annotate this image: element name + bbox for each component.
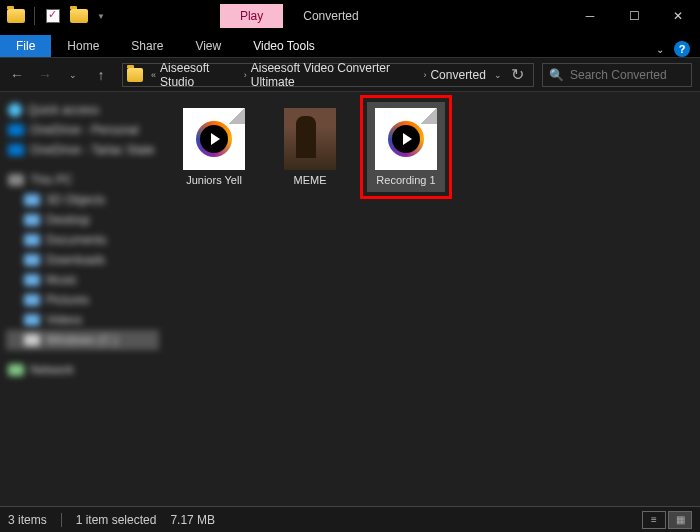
refresh-button[interactable]: ↻ (506, 65, 529, 84)
tree-label: OneDrive - Tarlac State Un (30, 143, 157, 157)
file-item[interactable]: MEME (271, 102, 349, 192)
properties-icon[interactable] (41, 4, 65, 28)
breadcrumb-segment[interactable]: Converted (430, 68, 489, 82)
file-list[interactable]: Juniors YellMEMERecording 1 (165, 92, 700, 506)
separator (61, 513, 62, 527)
tree-item[interactable]: Network (6, 360, 159, 380)
drive-icon (24, 334, 40, 346)
tree-label: Documents (46, 233, 107, 247)
tree-item[interactable]: This PC (6, 170, 159, 190)
tree-item[interactable]: Downloads (6, 250, 159, 270)
history-dropdown-icon[interactable]: ⌄ (494, 70, 502, 80)
tree-label: Pictures (46, 293, 89, 307)
ribbon-collapse-icon[interactable]: ⌄ (656, 44, 664, 55)
tree-item[interactable]: Pictures (6, 290, 159, 310)
file-thumbnail (284, 108, 336, 170)
tab-share[interactable]: Share (115, 35, 179, 57)
icons-view-button[interactable]: ▦ (668, 511, 692, 529)
window-controls: ─ ☐ ✕ (568, 0, 700, 32)
tree-item[interactable]: OneDrive - Personal (6, 120, 159, 140)
search-box[interactable]: 🔍 (542, 63, 692, 87)
up-button[interactable]: ↑ (88, 62, 114, 88)
net-icon (8, 364, 24, 376)
tab-video-tools[interactable]: Video Tools (237, 35, 331, 57)
breadcrumb-segment[interactable]: Aiseesoft Video Converter Ultimate› (251, 61, 431, 89)
forward-button[interactable]: → (32, 62, 58, 88)
selection-count: 1 item selected (76, 513, 157, 527)
file-thumbnail (375, 108, 437, 170)
navigation-bar: ← → ⌄ ↑ « Aiseesoft Studio› Aiseesoft Vi… (0, 58, 700, 92)
file-thumbnail (183, 108, 245, 170)
tree-item[interactable]: Quick access (6, 100, 159, 120)
chevron-right-icon: › (244, 70, 247, 80)
qat-dropdown-icon[interactable]: ▼ (97, 12, 105, 21)
folder-icon (127, 68, 143, 82)
view-toggle: ≡ ▦ (642, 511, 692, 529)
cloud-icon (8, 144, 24, 156)
navigation-pane[interactable]: Quick accessOneDrive - PersonalOneDrive … (0, 92, 165, 506)
tree-label: Downloads (46, 253, 105, 267)
tree-item[interactable]: Videos (6, 310, 159, 330)
file-label: Recording 1 (376, 174, 435, 186)
tree-item[interactable]: Desktop (6, 210, 159, 230)
tree-label: This PC (30, 173, 73, 187)
search-input[interactable] (570, 68, 700, 82)
tree-label: Windows (C:) (46, 333, 118, 347)
status-bar: 3 items 1 item selected 7.17 MB ≡ ▦ (0, 506, 700, 532)
star-icon (8, 103, 22, 117)
tab-home[interactable]: Home (51, 35, 115, 57)
folder-icon (24, 274, 40, 286)
window-title: Converted (303, 9, 358, 23)
tree-label: 3D Objects (46, 193, 105, 207)
back-button[interactable]: ← (4, 62, 30, 88)
maximize-button[interactable]: ☐ (612, 0, 656, 32)
ribbon-tabs: File Home Share View Video Tools ⌄ ? (0, 32, 700, 58)
details-view-button[interactable]: ≡ (642, 511, 666, 529)
tree-item[interactable]: 3D Objects (6, 190, 159, 210)
address-bar[interactable]: « Aiseesoft Studio› Aiseesoft Video Conv… (122, 63, 534, 87)
breadcrumb-segment[interactable]: Aiseesoft Studio› (160, 61, 251, 89)
tree-item[interactable]: Documents (6, 230, 159, 250)
folder-icon (24, 194, 40, 206)
pc-icon (8, 174, 24, 186)
tree-label: Videos (46, 313, 82, 327)
quick-access-toolbar: ▼ (0, 4, 105, 28)
item-count: 3 items (8, 513, 47, 527)
file-item[interactable]: Juniors Yell (175, 102, 253, 192)
selection-size: 7.17 MB (170, 513, 215, 527)
minimize-button[interactable]: ─ (568, 0, 612, 32)
close-button[interactable]: ✕ (656, 0, 700, 32)
search-icon: 🔍 (549, 68, 564, 82)
tree-item[interactable]: Music (6, 270, 159, 290)
chevron-right-icon: › (423, 70, 426, 80)
tree-label: OneDrive - Personal (30, 123, 139, 137)
tree-item[interactable]: Windows (C:) (6, 330, 159, 350)
tree-label: Music (46, 273, 77, 287)
folder-icon (24, 254, 40, 266)
content-area: Quick accessOneDrive - PersonalOneDrive … (0, 92, 700, 506)
cloud-icon (8, 124, 24, 136)
separator (34, 7, 35, 25)
new-folder-icon[interactable] (67, 4, 91, 28)
context-tab-play[interactable]: Play (220, 4, 283, 28)
folder-icon (24, 294, 40, 306)
folder-icon (24, 214, 40, 226)
file-item[interactable]: Recording 1 (367, 102, 445, 192)
file-label: Juniors Yell (186, 174, 242, 186)
titlebar: ▼ Play Converted ─ ☐ ✕ (0, 0, 700, 32)
file-tab[interactable]: File (0, 35, 51, 57)
folder-icon (24, 234, 40, 246)
recent-dropdown-icon[interactable]: ⌄ (60, 62, 86, 88)
tree-label: Quick access (28, 103, 99, 117)
help-icon[interactable]: ? (674, 41, 690, 57)
tree-item[interactable]: OneDrive - Tarlac State Un (6, 140, 159, 160)
tree-label: Network (30, 363, 74, 377)
folder-icon (24, 314, 40, 326)
chevron-icon[interactable]: « (151, 70, 156, 80)
folder-icon[interactable] (4, 4, 28, 28)
tree-label: Desktop (46, 213, 90, 227)
file-label: MEME (294, 174, 327, 186)
tab-view[interactable]: View (179, 35, 237, 57)
